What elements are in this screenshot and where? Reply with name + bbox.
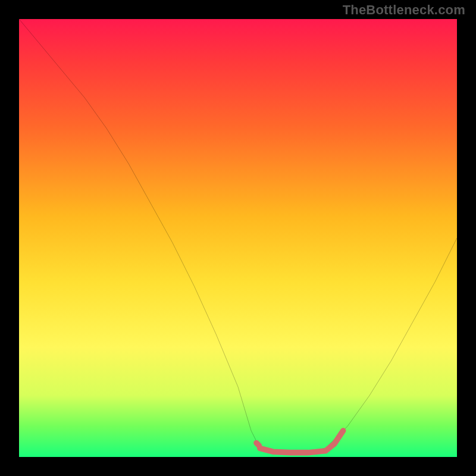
chart-svg xyxy=(19,19,457,457)
watermark-text: TheBottleneck.com xyxy=(343,2,465,18)
bottleneck-curve xyxy=(19,19,457,453)
plot-area xyxy=(19,19,457,457)
optimal-zone xyxy=(260,431,343,453)
optimal-zone-left-dot xyxy=(256,443,259,445)
chart-frame: TheBottleneck.com xyxy=(0,0,476,476)
